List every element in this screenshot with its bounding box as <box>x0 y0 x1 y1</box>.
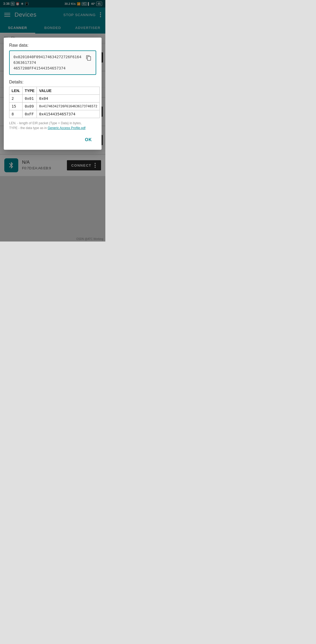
ok-button[interactable]: OK <box>81 135 96 144</box>
table-row: 2 0x01 0x04 <box>9 95 100 103</box>
gap-pdf-link[interactable]: Generic Access Profile.pdf <box>48 126 85 130</box>
row-value: 0x04 <box>37 95 100 103</box>
table-row: 8 0xFF 0x41544354657374 <box>9 110 100 118</box>
dialog-ok-row: OK <box>9 131 96 144</box>
raw-data-dialog: Raw data: 0x0201040F094174634272726F6164… <box>4 38 102 150</box>
copy-icon[interactable] <box>85 54 92 62</box>
raw-data-box: 0x0201040F094174634272726F61646363617374… <box>9 50 96 75</box>
row-len: 15 <box>9 103 23 110</box>
raw-data-label: Raw data: <box>9 43 96 48</box>
raw-data-text: 0x0201040F094174634272726F61646363617374… <box>13 54 82 71</box>
table-row: 15 0x09 0x41746342726F6164636173746572 <box>9 103 100 110</box>
table-header-type: TYPE <box>22 87 37 95</box>
table-header-value: VALUE <box>37 87 100 95</box>
watermark: OSDN @ATC Working <box>76 237 103 240</box>
details-table: LEN. TYPE VALUE 2 0x01 0x04 15 0x09 0x41… <box>9 87 100 118</box>
row-len: 8 <box>9 110 23 118</box>
details-label: Details: <box>9 80 96 85</box>
details-note: LEN. - length of EIR packet (Type + Data… <box>9 121 96 130</box>
row-type: 0x09 <box>22 103 37 110</box>
table-header-len: LEN. <box>9 87 23 95</box>
row-value: 0x41746342726F6164636173746572 <box>37 103 100 110</box>
row-len: 2 <box>9 95 23 103</box>
row-type: 0x01 <box>22 95 37 103</box>
row-type: 0xFF <box>22 110 37 118</box>
row-value: 0x41544354657374 <box>37 110 100 118</box>
